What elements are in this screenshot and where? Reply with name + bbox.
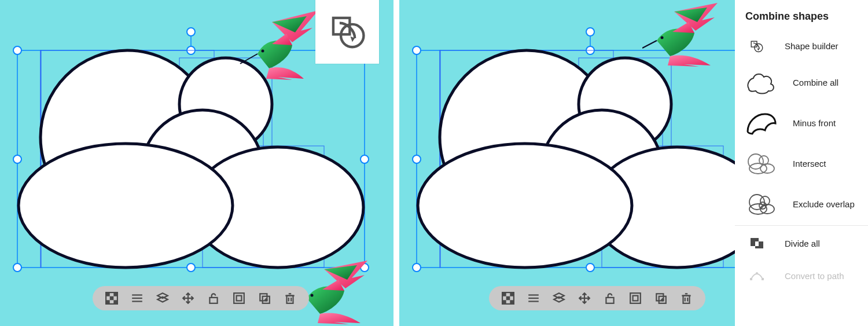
svg-rect-30 <box>106 300 110 304</box>
stroke-options-icon[interactable] <box>131 292 144 305</box>
svg-rect-75 <box>502 292 506 296</box>
separator <box>735 225 868 226</box>
exclude-overlap-icon <box>745 191 777 217</box>
group-icon[interactable] <box>233 292 245 305</box>
svg-rect-31 <box>113 300 117 304</box>
shape-builder-tool-callout <box>315 0 379 64</box>
intersect-icon <box>745 150 777 177</box>
combine-item-combine-all[interactable]: Combine all <box>735 62 868 102</box>
svg-point-6 <box>13 155 21 163</box>
shape-builder-icon <box>745 32 768 59</box>
svg-point-8 <box>13 263 21 272</box>
group-icon[interactable] <box>629 292 642 305</box>
unlock-icon[interactable] <box>604 292 616 305</box>
canvas-panel-left[interactable] <box>0 0 393 326</box>
svg-rect-41 <box>237 296 242 301</box>
svg-rect-94 <box>683 296 690 303</box>
move-icon[interactable] <box>578 292 591 305</box>
shape-builder-icon <box>327 12 367 52</box>
svg-point-7 <box>361 155 369 163</box>
svg-point-115 <box>756 272 758 274</box>
delete-icon[interactable] <box>284 292 296 305</box>
combine-shapes-panel: Combine shapes Shape builder Combine all… <box>735 0 868 326</box>
combine-item-label: Combine all <box>793 78 838 87</box>
svg-point-57 <box>413 155 421 163</box>
svg-point-54 <box>413 46 421 54</box>
combine-item-label: Minus front <box>793 118 836 128</box>
app-root: Combine shapes Shape builder Combine all… <box>0 0 868 326</box>
svg-rect-79 <box>510 300 514 304</box>
svg-point-104 <box>760 164 774 173</box>
svg-point-60 <box>586 263 594 272</box>
duplicate-icon[interactable] <box>654 292 667 305</box>
duplicate-icon[interactable] <box>258 292 271 305</box>
combine-item-divide-all[interactable]: Divide all <box>735 227 868 259</box>
svg-point-9 <box>187 263 195 272</box>
minus-front-icon <box>745 109 777 136</box>
svg-rect-39 <box>209 298 217 303</box>
unlock-icon[interactable] <box>207 292 220 305</box>
svg-rect-28 <box>113 292 117 296</box>
svg-point-22 <box>262 50 264 53</box>
combine-item-convert-to-path: Convert to path <box>735 259 868 292</box>
convert-to-path-icon <box>745 262 768 289</box>
svg-point-59 <box>413 263 421 272</box>
delete-icon[interactable] <box>680 292 693 305</box>
svg-point-100 <box>755 44 763 52</box>
hummingbird-decoration <box>237 10 318 80</box>
svg-rect-29 <box>110 296 114 301</box>
canvas-panel-right[interactable] <box>399 0 735 326</box>
svg-rect-87 <box>606 298 613 303</box>
svg-rect-112 <box>755 241 759 246</box>
svg-rect-78 <box>502 300 506 304</box>
svg-point-73 <box>661 36 664 39</box>
svg-rect-76 <box>510 292 514 296</box>
arrange-layers-icon[interactable] <box>553 292 565 305</box>
context-toolbar <box>93 286 309 310</box>
combine-item-intersect[interactable]: Intersect <box>735 143 868 184</box>
svg-rect-40 <box>234 293 244 303</box>
combine-item-minus-front[interactable]: Minus front <box>735 102 868 143</box>
combine-item-label: Intersect <box>793 159 826 169</box>
combine-shapes-title: Combine shapes <box>735 0 868 30</box>
transparency-grid-icon[interactable] <box>105 292 118 305</box>
cloud-ellipses[interactable] <box>19 50 363 268</box>
context-toolbar <box>489 286 705 310</box>
svg-point-3 <box>13 46 21 54</box>
svg-rect-77 <box>506 296 510 301</box>
svg-point-2 <box>187 28 195 36</box>
combine-item-label: Convert to path <box>785 271 844 281</box>
combine-item-label: Divide all <box>785 239 820 248</box>
svg-rect-88 <box>630 293 641 303</box>
svg-rect-113 <box>750 278 752 280</box>
cloud-ellipses[interactable] <box>418 50 735 268</box>
combine-item-label: Shape builder <box>785 41 838 51</box>
combine-all-icon <box>745 69 777 96</box>
panel-divider <box>393 0 399 326</box>
combine-item-label: Exclude overlap <box>793 199 855 209</box>
svg-point-21 <box>19 144 233 268</box>
svg-rect-114 <box>762 278 764 280</box>
svg-point-53 <box>586 28 594 36</box>
divide-all-icon <box>745 230 768 257</box>
transparency-grid-icon[interactable] <box>502 292 514 305</box>
svg-rect-46 <box>287 296 293 303</box>
stroke-options-icon[interactable] <box>527 292 540 305</box>
move-icon[interactable] <box>182 292 194 305</box>
svg-point-23 <box>311 294 314 297</box>
combine-item-shape-builder[interactable]: Shape builder <box>735 30 868 62</box>
arrange-layers-icon[interactable] <box>156 292 169 305</box>
svg-rect-89 <box>633 296 638 301</box>
svg-point-72 <box>418 144 632 268</box>
combine-item-exclude-overlap[interactable]: Exclude overlap <box>735 184 868 224</box>
svg-rect-27 <box>106 292 110 296</box>
hummingbird-decoration <box>642 3 729 67</box>
